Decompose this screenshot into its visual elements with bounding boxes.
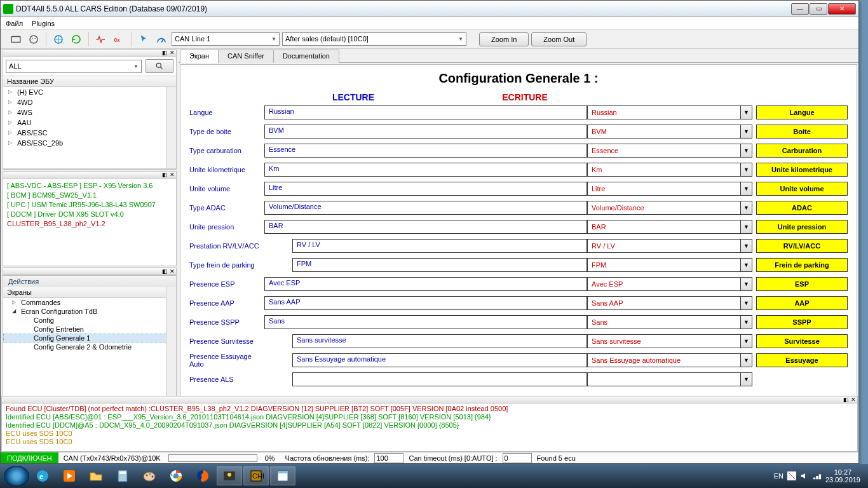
tab-documentation[interactable]: Documentation [273,50,339,63]
cursor-icon[interactable] [136,32,151,47]
taskbar-ie-icon[interactable]: e [30,466,55,485]
param-write-button[interactable]: Unite volume [756,182,848,196]
param-read-value [292,372,587,386]
loaded-ecu-item[interactable]: [ ABS-VDC - ABS-ESP ] ESP - X95 Version … [7,181,172,191]
session-select[interactable]: After sales (default) [10C0] [282,32,466,46]
param-write-select[interactable]: BVM▼ [587,125,752,139]
param-write-select[interactable]: Essence▼ [587,144,752,158]
taskbar-chrome-icon[interactable] [163,466,189,485]
search-button[interactable] [146,59,173,73]
tree-ecran-config[interactable]: Ecran Configuration TdB [3,307,176,316]
ecu-tree[interactable]: (H) EVC4WD4WSAAUABS/ESCABS/ESC_29b [3,87,176,169]
pane-close-icon[interactable]: ✕ [168,172,176,178]
minimize-button[interactable]: — [791,3,809,15]
port-icon[interactable] [8,32,24,47]
param-write-button[interactable]: AAP [756,296,848,310]
ecu-tree-item[interactable]: AAU [3,118,176,128]
scrollbar[interactable] [166,87,176,168]
param-write-button[interactable]: RV/LV/ACC [756,239,848,253]
param-write-button[interactable]: ESP [756,277,848,291]
pane-close-icon[interactable]: ✕ [168,268,176,274]
taskbar-firefox-icon[interactable] [190,466,215,485]
ecu-tree-item[interactable]: ABS/ESC [3,128,176,138]
param-write-button[interactable]: Langue [756,105,848,119]
gauge-icon[interactable] [154,32,169,47]
timeout-input[interactable] [503,453,532,463]
param-write-button[interactable]: Boite [756,125,848,139]
taskbar-explorer-icon[interactable] [83,466,109,485]
undock-icon[interactable]: ◧ [161,50,168,56]
param-write-select[interactable]: Sans▼ [587,315,752,329]
param-write-select[interactable]: Sans AAP▼ [587,296,752,310]
param-write-button[interactable]: ADAC [756,201,848,215]
param-write-select[interactable]: Sans Essuyage automatique▼ [587,353,752,367]
taskbar-media-icon[interactable] [57,466,82,485]
param-write-select[interactable]: Volume/Distance▼ [587,201,752,215]
svg-point-22 [227,473,231,477]
taskbar-calc-icon[interactable] [110,466,135,485]
param-write-select[interactable]: BAR▼ [587,220,752,234]
menu-file[interactable]: Файл [6,20,23,27]
loaded-ecu-item[interactable]: CLUSTER_B95_L38_ph2_V1.2 [7,219,172,229]
param-write-button[interactable]: Frein de parking [756,258,848,272]
param-write-select[interactable]: FPM▼ [587,258,752,272]
param-write-button[interactable]: SSPP [756,315,848,329]
undock-icon[interactable]: ◧ [842,396,850,403]
lang-indicator[interactable]: EN [774,472,783,480]
start-button[interactable] [4,466,29,486]
param-label: Unite volume [189,180,264,198]
taskbar-app1-icon[interactable] [217,466,242,485]
close-button[interactable]: ✕ [828,3,856,15]
heartbeat-icon[interactable] [93,32,109,47]
screen-item[interactable]: Config Generale 2 & Odometrie [3,342,176,351]
tray-clock[interactable]: 10:27 23.09.2019 [825,468,864,484]
ecu-tree-item[interactable]: 4WD [3,97,176,107]
undock-icon[interactable]: ◧ [161,172,168,178]
screen-item[interactable]: Config [3,316,176,325]
loaded-ecu-item[interactable]: [ BCM ] BCM95_SW25_V1.1 [7,191,172,200]
param-write-select[interactable]: Litre▼ [587,182,752,196]
refresh-input[interactable] [374,453,403,463]
param-write-select[interactable]: RV / LV▼ [587,239,752,253]
taskbar-paint-icon[interactable] [137,466,162,485]
param-write-select[interactable]: Russian▼ [587,105,752,119]
param-write-button[interactable]: Essuyage [756,353,848,367]
param-write-select[interactable]: Sans survitesse▼ [587,334,752,348]
hex-icon[interactable]: 0x [111,32,126,47]
ecu-filter-select[interactable]: ALL [6,60,142,73]
pane-close-icon[interactable]: ✕ [850,396,857,403]
loaded-ecu-item[interactable]: [ DDCM ] Driver DCM X95 SLOT v4.0 [7,210,172,219]
param-write-select[interactable]: Km▼ [587,163,752,177]
param-label: Type carburation [189,142,264,159]
param-write-button[interactable]: Unite pression [756,220,848,234]
tab-screen[interactable]: Экран [180,50,219,63]
param-write-select[interactable]: ▼ [587,372,752,386]
taskbar-app2-icon[interactable]: CHECK [243,466,269,485]
face-icon[interactable] [26,32,41,47]
tree-commandes[interactable]: Commandes [3,298,176,307]
refresh-icon[interactable] [69,32,84,47]
tab-can-sniffer[interactable]: CAN Sniffer [218,50,274,63]
taskbar-app3-icon[interactable] [270,466,295,485]
ecu-tree-item[interactable]: 4WS [3,107,176,118]
can-line-select[interactable]: CAN Line 1 [172,32,280,46]
param-write-button[interactable]: Unite kilometrique [756,163,848,177]
zoom-out-button[interactable]: Zoom Out [531,32,587,46]
globe-icon[interactable] [51,32,66,47]
screen-item[interactable]: Config Entretien [3,325,176,334]
maximize-button[interactable]: ▭ [810,3,827,15]
param-write-button[interactable]: Carburation [756,144,848,158]
tray-flag-icon[interactable] [787,471,796,480]
zoom-in-button[interactable]: Zoom In [479,32,529,46]
menu-plugins[interactable]: Plugins [32,20,55,27]
ecu-tree-item[interactable]: ABS/ESC_29b [3,138,176,148]
loaded-ecu-item[interactable]: [ UPC ] USM Temic JR95-J96-L38-L43 SW090… [7,200,172,210]
param-write-select[interactable]: Avec ESP▼ [587,277,752,291]
tray-network-icon[interactable] [813,471,822,480]
pane-close-icon[interactable]: ✕ [168,50,176,56]
ecu-tree-item[interactable]: (H) EVC [3,87,176,97]
tray-volume-icon[interactable] [800,471,809,480]
undock-icon[interactable]: ◧ [161,268,168,274]
param-write-button[interactable]: Survitesse [756,334,848,348]
screen-item[interactable]: Config Generale 1 [3,334,176,342]
